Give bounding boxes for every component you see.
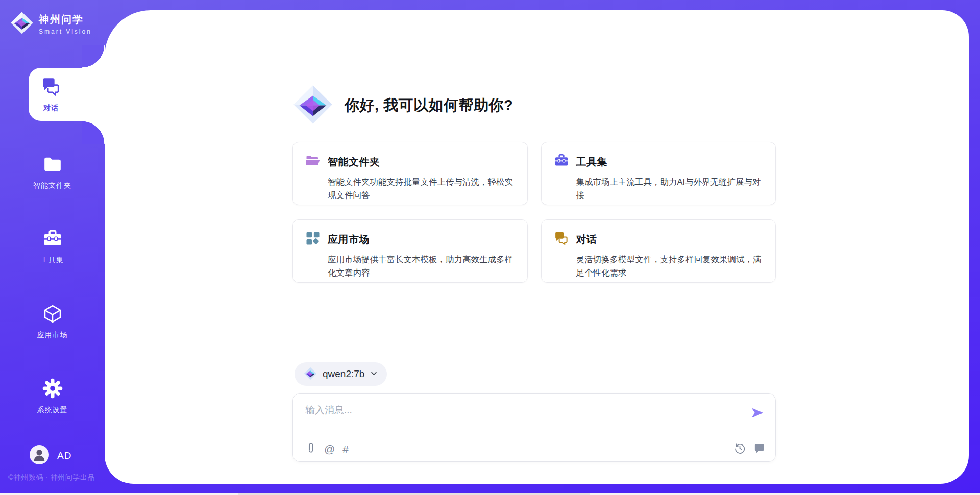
sidebar-item-label: 系统设置 <box>37 406 68 415</box>
card-description: 智能文件夹功能支持批量文件上传与清洗，轻松实现文件问答 <box>328 175 515 202</box>
message-input[interactable] <box>305 402 724 418</box>
comments-button[interactable] <box>753 442 765 456</box>
card-app-market[interactable]: 应用市场 应用市场提供丰富长文本模板，助力高效生成多样化文章内容 <box>292 219 528 283</box>
sidebar-item-label: 智能文件夹 <box>33 181 71 190</box>
main-content-panel: 你好, 我可以如何帮助你? 智能文件夹 智能文件夹功能支持批量文件上传与清洗，轻… <box>105 10 969 484</box>
feature-cards: 智能文件夹 智能文件夹功能支持批量文件上传与清洗，轻松实现文件问答 工具集 集成… <box>292 142 776 283</box>
card-title: 智能文件夹 <box>328 155 380 169</box>
scrollbar-thumb[interactable] <box>238 493 590 495</box>
card-title: 工具集 <box>576 155 608 169</box>
card-description: 应用市场提供丰富长文本模板，助力高效生成多样化文章内容 <box>328 253 515 280</box>
sidebar-item-toolset[interactable]: 工具集 <box>0 220 105 273</box>
tab-curve-bottom <box>82 121 105 144</box>
composer-toolbar: @ # <box>305 442 765 456</box>
sidebar-item-chat[interactable]: 对话 <box>29 68 110 121</box>
sidebar-item-label: 应用市场 <box>37 331 68 340</box>
toolbox-icon <box>554 153 569 170</box>
composer: @ # <box>292 393 776 462</box>
app-grid-icon <box>305 231 321 248</box>
chat-bubbles-icon <box>554 231 569 248</box>
divider <box>304 436 764 436</box>
comment-icon <box>753 442 765 456</box>
sidebar-item-label: 对话 <box>43 104 59 113</box>
greeting: 你好, 我可以如何帮助你? <box>292 84 513 127</box>
sidebar-footer: ©神州数码 · 神州问学出品 <box>8 473 105 482</box>
history-icon <box>734 442 746 456</box>
brand-subtitle: Smart Vision <box>39 28 92 35</box>
model-name: qwen2:7b <box>323 368 364 380</box>
card-description: 灵活切换多模型文件，支持多样回复效果调试，满足个性化需求 <box>576 253 764 280</box>
user-name: AD <box>57 450 71 461</box>
greeting-title: 你好, 我可以如何帮助你? <box>345 95 513 116</box>
attach-button[interactable] <box>305 442 316 456</box>
mention-button[interactable]: @ <box>324 443 335 455</box>
cube-icon <box>42 304 63 326</box>
brand-logo-icon <box>10 11 34 37</box>
gear-icon <box>42 378 63 401</box>
assistant-logo-icon <box>292 84 333 127</box>
history-button[interactable] <box>734 442 746 456</box>
card-smart-folder[interactable]: 智能文件夹 智能文件夹功能支持批量文件上传与清洗，轻松实现文件问答 <box>292 142 528 205</box>
sidebar: 神州问学 Smart Vision 对话 智能文件夹 <box>0 0 105 495</box>
sidebar-item-app-market[interactable]: 应用市场 <box>0 295 105 348</box>
brand: 神州问学 Smart Vision <box>10 11 92 37</box>
tab-curve-top <box>82 45 105 68</box>
chat-bubbles-icon <box>41 77 61 99</box>
toolbox-icon <box>42 229 63 251</box>
card-title: 应用市场 <box>328 233 370 246</box>
folder-open-icon <box>305 153 321 170</box>
send-button[interactable] <box>751 406 764 421</box>
sidebar-item-settings[interactable]: 系统设置 <box>0 369 105 423</box>
card-description: 集成市场上主流工具，助力AI与外界无缝扩展与对接 <box>576 175 764 202</box>
hashtag-button[interactable]: # <box>342 443 349 455</box>
brand-name: 神州问学 <box>39 13 92 27</box>
model-logo-icon <box>304 367 317 382</box>
card-toolset[interactable]: 工具集 集成市场上主流工具，助力AI与外界无缝扩展与对接 <box>541 142 776 205</box>
send-arrow-icon <box>751 413 764 421</box>
folder-icon <box>42 154 63 177</box>
model-selector[interactable]: qwen2:7b <box>295 362 387 386</box>
card-title: 对话 <box>576 233 597 246</box>
user-account[interactable]: AD <box>30 445 71 466</box>
avatar-icon <box>30 445 49 466</box>
card-chat[interactable]: 对话 灵活切换多模型文件，支持多样回复效果调试，满足个性化需求 <box>541 219 776 283</box>
chevron-down-icon <box>370 369 378 379</box>
horizontal-scrollbar <box>0 493 980 495</box>
sidebar-item-smart-folder[interactable]: 智能文件夹 <box>0 145 105 199</box>
sidebar-item-label: 工具集 <box>41 256 64 265</box>
paperclip-icon <box>305 442 316 456</box>
